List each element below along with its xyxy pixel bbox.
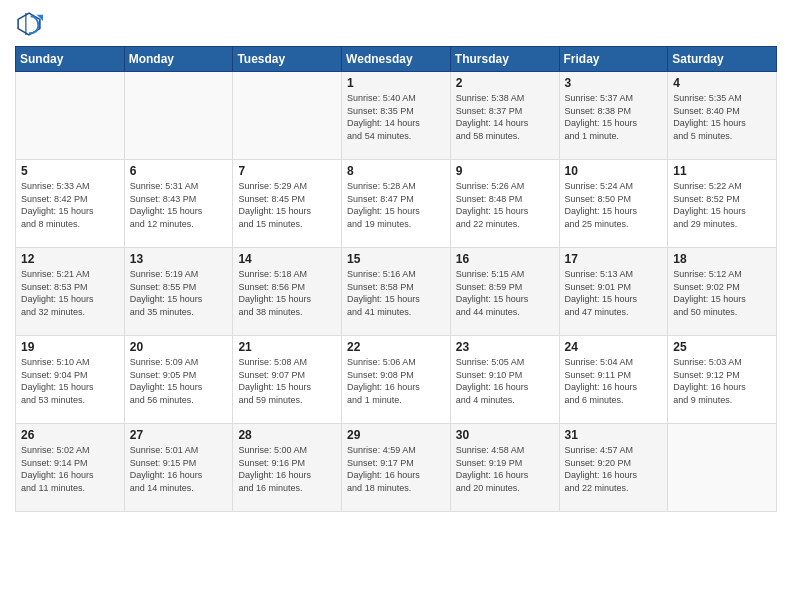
calendar-cell: 11Sunrise: 5:22 AM Sunset: 8:52 PM Dayli…: [668, 160, 777, 248]
day-number: 11: [673, 164, 771, 178]
calendar-cell: 19Sunrise: 5:10 AM Sunset: 9:04 PM Dayli…: [16, 336, 125, 424]
col-friday: Friday: [559, 47, 668, 72]
day-info: Sunrise: 5:40 AM Sunset: 8:35 PM Dayligh…: [347, 92, 445, 142]
day-number: 17: [565, 252, 663, 266]
day-info: Sunrise: 5:22 AM Sunset: 8:52 PM Dayligh…: [673, 180, 771, 230]
day-info: Sunrise: 5:09 AM Sunset: 9:05 PM Dayligh…: [130, 356, 228, 406]
day-info: Sunrise: 5:03 AM Sunset: 9:12 PM Dayligh…: [673, 356, 771, 406]
col-sunday: Sunday: [16, 47, 125, 72]
day-number: 13: [130, 252, 228, 266]
col-saturday: Saturday: [668, 47, 777, 72]
day-info: Sunrise: 5:08 AM Sunset: 9:07 PM Dayligh…: [238, 356, 336, 406]
calendar-cell: [124, 72, 233, 160]
day-info: Sunrise: 5:35 AM Sunset: 8:40 PM Dayligh…: [673, 92, 771, 142]
day-number: 16: [456, 252, 554, 266]
day-info: Sunrise: 4:59 AM Sunset: 9:17 PM Dayligh…: [347, 444, 445, 494]
day-info: Sunrise: 5:24 AM Sunset: 8:50 PM Dayligh…: [565, 180, 663, 230]
calendar-header: Sunday Monday Tuesday Wednesday Thursday…: [16, 47, 777, 72]
day-number: 26: [21, 428, 119, 442]
day-info: Sunrise: 5:19 AM Sunset: 8:55 PM Dayligh…: [130, 268, 228, 318]
day-info: Sunrise: 5:13 AM Sunset: 9:01 PM Dayligh…: [565, 268, 663, 318]
calendar-cell: 13Sunrise: 5:19 AM Sunset: 8:55 PM Dayli…: [124, 248, 233, 336]
calendar-week-5: 26Sunrise: 5:02 AM Sunset: 9:14 PM Dayli…: [16, 424, 777, 512]
day-number: 1: [347, 76, 445, 90]
calendar-cell: 1Sunrise: 5:40 AM Sunset: 8:35 PM Daylig…: [342, 72, 451, 160]
calendar-cell: 7Sunrise: 5:29 AM Sunset: 8:45 PM Daylig…: [233, 160, 342, 248]
day-number: 19: [21, 340, 119, 354]
day-number: 9: [456, 164, 554, 178]
calendar-cell: 30Sunrise: 4:58 AM Sunset: 9:19 PM Dayli…: [450, 424, 559, 512]
day-info: Sunrise: 5:31 AM Sunset: 8:43 PM Dayligh…: [130, 180, 228, 230]
day-info: Sunrise: 5:04 AM Sunset: 9:11 PM Dayligh…: [565, 356, 663, 406]
day-info: Sunrise: 5:28 AM Sunset: 8:47 PM Dayligh…: [347, 180, 445, 230]
day-number: 30: [456, 428, 554, 442]
day-number: 20: [130, 340, 228, 354]
calendar-cell: 6Sunrise: 5:31 AM Sunset: 8:43 PM Daylig…: [124, 160, 233, 248]
day-info: Sunrise: 5:38 AM Sunset: 8:37 PM Dayligh…: [456, 92, 554, 142]
day-number: 31: [565, 428, 663, 442]
header-row: Sunday Monday Tuesday Wednesday Thursday…: [16, 47, 777, 72]
calendar-week-1: 1Sunrise: 5:40 AM Sunset: 8:35 PM Daylig…: [16, 72, 777, 160]
calendar-cell: 8Sunrise: 5:28 AM Sunset: 8:47 PM Daylig…: [342, 160, 451, 248]
calendar-cell: 16Sunrise: 5:15 AM Sunset: 8:59 PM Dayli…: [450, 248, 559, 336]
calendar-cell: 29Sunrise: 4:59 AM Sunset: 9:17 PM Dayli…: [342, 424, 451, 512]
day-info: Sunrise: 4:58 AM Sunset: 9:19 PM Dayligh…: [456, 444, 554, 494]
calendar-cell: 2Sunrise: 5:38 AM Sunset: 8:37 PM Daylig…: [450, 72, 559, 160]
day-info: Sunrise: 5:21 AM Sunset: 8:53 PM Dayligh…: [21, 268, 119, 318]
day-number: 21: [238, 340, 336, 354]
logo: [15, 10, 47, 38]
calendar-cell: [16, 72, 125, 160]
calendar-cell: 22Sunrise: 5:06 AM Sunset: 9:08 PM Dayli…: [342, 336, 451, 424]
calendar-cell: 18Sunrise: 5:12 AM Sunset: 9:02 PM Dayli…: [668, 248, 777, 336]
calendar-cell: 23Sunrise: 5:05 AM Sunset: 9:10 PM Dayli…: [450, 336, 559, 424]
calendar-cell: 25Sunrise: 5:03 AM Sunset: 9:12 PM Dayli…: [668, 336, 777, 424]
day-number: 7: [238, 164, 336, 178]
day-info: Sunrise: 5:37 AM Sunset: 8:38 PM Dayligh…: [565, 92, 663, 142]
col-wednesday: Wednesday: [342, 47, 451, 72]
day-number: 15: [347, 252, 445, 266]
day-number: 5: [21, 164, 119, 178]
calendar-cell: 21Sunrise: 5:08 AM Sunset: 9:07 PM Dayli…: [233, 336, 342, 424]
day-number: 22: [347, 340, 445, 354]
day-info: Sunrise: 5:16 AM Sunset: 8:58 PM Dayligh…: [347, 268, 445, 318]
calendar-cell: 20Sunrise: 5:09 AM Sunset: 9:05 PM Dayli…: [124, 336, 233, 424]
day-info: Sunrise: 5:06 AM Sunset: 9:08 PM Dayligh…: [347, 356, 445, 406]
day-number: 18: [673, 252, 771, 266]
day-number: 3: [565, 76, 663, 90]
day-info: Sunrise: 5:26 AM Sunset: 8:48 PM Dayligh…: [456, 180, 554, 230]
day-info: Sunrise: 5:01 AM Sunset: 9:15 PM Dayligh…: [130, 444, 228, 494]
calendar-cell: 4Sunrise: 5:35 AM Sunset: 8:40 PM Daylig…: [668, 72, 777, 160]
calendar-cell: 5Sunrise: 5:33 AM Sunset: 8:42 PM Daylig…: [16, 160, 125, 248]
day-number: 6: [130, 164, 228, 178]
day-info: Sunrise: 5:00 AM Sunset: 9:16 PM Dayligh…: [238, 444, 336, 494]
day-number: 24: [565, 340, 663, 354]
calendar-table: Sunday Monday Tuesday Wednesday Thursday…: [15, 46, 777, 512]
day-number: 8: [347, 164, 445, 178]
page-container: Sunday Monday Tuesday Wednesday Thursday…: [0, 0, 792, 527]
day-number: 27: [130, 428, 228, 442]
day-number: 14: [238, 252, 336, 266]
day-number: 10: [565, 164, 663, 178]
calendar-cell: 24Sunrise: 5:04 AM Sunset: 9:11 PM Dayli…: [559, 336, 668, 424]
calendar-cell: 15Sunrise: 5:16 AM Sunset: 8:58 PM Dayli…: [342, 248, 451, 336]
day-info: Sunrise: 5:10 AM Sunset: 9:04 PM Dayligh…: [21, 356, 119, 406]
col-tuesday: Tuesday: [233, 47, 342, 72]
day-info: Sunrise: 5:15 AM Sunset: 8:59 PM Dayligh…: [456, 268, 554, 318]
calendar-cell: 3Sunrise: 5:37 AM Sunset: 8:38 PM Daylig…: [559, 72, 668, 160]
calendar-cell: 14Sunrise: 5:18 AM Sunset: 8:56 PM Dayli…: [233, 248, 342, 336]
calendar-cell: 28Sunrise: 5:00 AM Sunset: 9:16 PM Dayli…: [233, 424, 342, 512]
day-info: Sunrise: 5:29 AM Sunset: 8:45 PM Dayligh…: [238, 180, 336, 230]
col-monday: Monday: [124, 47, 233, 72]
day-number: 4: [673, 76, 771, 90]
logo-icon: [15, 10, 43, 38]
calendar-cell: [233, 72, 342, 160]
day-number: 2: [456, 76, 554, 90]
day-number: 12: [21, 252, 119, 266]
col-thursday: Thursday: [450, 47, 559, 72]
day-number: 29: [347, 428, 445, 442]
calendar-cell: [668, 424, 777, 512]
calendar-cell: 17Sunrise: 5:13 AM Sunset: 9:01 PM Dayli…: [559, 248, 668, 336]
calendar-week-4: 19Sunrise: 5:10 AM Sunset: 9:04 PM Dayli…: [16, 336, 777, 424]
day-info: Sunrise: 5:18 AM Sunset: 8:56 PM Dayligh…: [238, 268, 336, 318]
calendar-body: 1Sunrise: 5:40 AM Sunset: 8:35 PM Daylig…: [16, 72, 777, 512]
